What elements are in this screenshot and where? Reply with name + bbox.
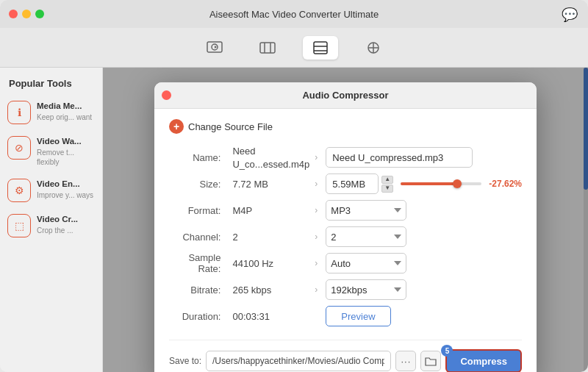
form-table: Name: Need U_co...essed.m4p ›	[169, 144, 522, 329]
sample-rate-source-text: 44100 Hz	[232, 258, 273, 269]
size-slider-track[interactable]	[401, 182, 481, 185]
sidebar-item-desc: Improve y... ways	[37, 190, 95, 200]
size-slider-container	[401, 182, 481, 185]
minimize-button[interactable]	[22, 10, 31, 18]
toolbar-compress-btn[interactable]	[303, 36, 338, 60]
close-button[interactable]	[9, 10, 18, 18]
toolbar-convert-btn[interactable]	[197, 36, 232, 60]
sample-rate-select[interactable]: Auto 44100 48000	[326, 253, 406, 273]
sidebar-item-desc: Remove t... flexibly	[37, 148, 95, 167]
video-watermark-icon: ⊘	[7, 136, 31, 160]
size-row: Size: 7.72 MB ›	[169, 171, 522, 197]
channel-arrow: ›	[309, 223, 323, 250]
name-label: Name:	[169, 144, 229, 171]
sample-rate-target-cell: Auto 44100 48000	[323, 250, 522, 276]
bitrate-source-text: 265 kbps	[232, 285, 271, 296]
channel-row: Channel: 2 › 2 1	[169, 223, 522, 250]
tools-icon	[363, 39, 384, 57]
change-source-label: Change Source File	[188, 121, 273, 132]
bitrate-target-cell: 192kbps 128kbps 256kbps 320kbps	[323, 276, 522, 303]
sidebar-item-name: Media Me...	[37, 101, 95, 112]
sidebar-item-desc: Keep orig... want	[37, 112, 95, 122]
format-source-cell: M4P	[229, 197, 309, 223]
bitrate-select[interactable]: 192kbps 128kbps 256kbps 320kbps	[326, 279, 406, 300]
name-source-text: Need U_co...essed.m4p	[232, 146, 309, 170]
sidebar-item-name: Video En...	[37, 179, 95, 190]
toolbar-tools-btn[interactable]	[356, 36, 391, 60]
name-arrow: ›	[309, 144, 323, 171]
save-to-label: Save to:	[169, 356, 201, 366]
compress-button-wrap: 5 Compress	[445, 349, 522, 372]
size-label: Size:	[169, 171, 229, 197]
duration-value: 00:03:31	[232, 311, 270, 322]
browse-folder-button[interactable]	[420, 351, 441, 371]
sample-rate-row: Sample Rate: 44100 Hz › Auto 44100 4	[169, 250, 522, 276]
sidebar: Popular Tools ℹ Media Me... Keep orig...…	[0, 68, 103, 372]
channel-target-cell: 2 1	[323, 223, 522, 250]
svg-marker-2	[215, 46, 217, 49]
dialog-title: Audio Compressor	[302, 90, 388, 101]
dialog-body: + Change Source File Name: Need U_co...e…	[154, 109, 537, 372]
sidebar-item-desc: Crop the ...	[37, 226, 95, 235]
edit-icon	[257, 39, 278, 57]
size-target-cell: ▲ ▼	[323, 171, 522, 197]
size-stepper: ▲ ▼	[381, 176, 393, 193]
size-stepper-down[interactable]: ▼	[381, 185, 393, 193]
size-percent: -27.62%	[489, 179, 522, 189]
bitrate-source-cell: 265 kbps	[229, 276, 309, 303]
change-source-row[interactable]: + Change Source File	[169, 119, 522, 134]
format-select[interactable]: MP3 AAC WAV FLAC	[326, 200, 406, 221]
convert-icon	[204, 39, 225, 57]
channel-source-text: 2	[232, 232, 237, 243]
audio-compressor-dialog: Audio Compressor + Change Source File	[154, 82, 537, 372]
traffic-lights	[9, 10, 44, 18]
video-crop-icon: ⬚	[7, 214, 31, 237]
sidebar-item-video-crop[interactable]: ⬚ Video Cr... Crop the ...	[0, 208, 102, 243]
save-to-bar: Save to: ··· 5 Compress	[169, 340, 522, 372]
sidebar-item-media-metadata[interactable]: ℹ Media Me... Keep orig... want	[0, 95, 102, 130]
channel-label: Channel:	[169, 223, 229, 250]
save-to-path-input[interactable]	[206, 351, 391, 371]
duration-value-cell: 00:03:31	[229, 303, 309, 329]
sidebar-item-video-watermark[interactable]: ⊘ Video Wa... Remove t... flexibly	[0, 130, 102, 173]
main-content: Audio Compressor + Change Source File	[103, 68, 588, 372]
bitrate-arrow: ›	[309, 276, 323, 303]
svg-rect-6	[314, 42, 327, 54]
compress-button[interactable]: Compress	[445, 349, 522, 372]
name-target-input[interactable]	[326, 147, 473, 168]
plus-icon: +	[169, 119, 184, 134]
sidebar-item-video-enhance[interactable]: ⚙ Video En... Improve y... ways	[0, 173, 102, 208]
channel-select[interactable]: 2 1	[326, 226, 406, 247]
content-area: Popular Tools ℹ Media Me... Keep orig...…	[0, 68, 588, 372]
title-bar: Aiseesoft Mac Video Converter Ultimate 💬	[0, 0, 588, 28]
format-arrow: ›	[309, 197, 323, 223]
message-icon[interactable]: 💬	[562, 7, 578, 23]
sidebar-item-name: Video Cr...	[37, 214, 95, 225]
size-slider-thumb[interactable]	[453, 179, 462, 188]
dialog-close-button[interactable]	[162, 90, 171, 100]
toolbar	[0, 28, 588, 68]
name-row: Name: Need U_co...essed.m4p ›	[169, 144, 522, 171]
browse-dots-button[interactable]: ···	[395, 351, 416, 371]
name-target-cell	[323, 144, 522, 171]
app-title: Aiseesoft Mac Video Converter Ultimate	[209, 9, 379, 20]
sidebar-section-title: Popular Tools	[0, 75, 102, 95]
size-arrow: ›	[309, 171, 323, 197]
duration-row: Duration: 00:03:31 Preview	[169, 303, 522, 329]
size-slider-fill	[401, 182, 457, 185]
name-source-value: Need U_co...essed.m4p	[229, 144, 309, 171]
dialog-title-bar: Audio Compressor	[154, 82, 537, 109]
media-metadata-icon: ℹ	[7, 101, 31, 124]
bitrate-label: Bitrate:	[169, 276, 229, 303]
sidebar-item-name: Video Wa...	[37, 136, 95, 147]
sample-rate-label: Sample Rate:	[169, 250, 229, 276]
toolbar-edit-btn[interactable]	[250, 36, 285, 60]
preview-button[interactable]: Preview	[326, 306, 390, 326]
fullscreen-button[interactable]	[35, 10, 44, 18]
video-enhance-icon: ⚙	[7, 179, 31, 202]
size-source-text: 7.72 MB	[232, 179, 268, 190]
size-stepper-up[interactable]: ▲	[381, 176, 393, 184]
size-target-input[interactable]	[326, 174, 379, 194]
app-window: Aiseesoft Mac Video Converter Ultimate 💬	[0, 0, 588, 372]
format-label: Format:	[169, 197, 229, 223]
